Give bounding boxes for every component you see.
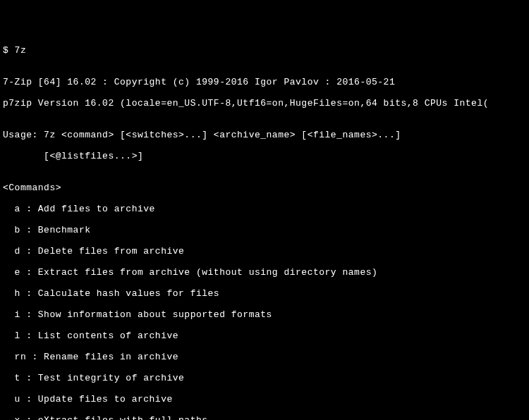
usage-line-2: [<@listfiles...>] — [3, 151, 529, 161]
command-u: u : Update files to archive — [3, 394, 529, 404]
command-l: l : List contents of archive — [3, 331, 529, 341]
command-h: h : Calculate hash values for files — [3, 288, 529, 299]
commands-header: <Commands> — [3, 183, 529, 193]
header-line-2: p7zip Version 16.02 (locale=en_US.UTF-8,… — [3, 98, 529, 109]
command-i: i : Show information about supported for… — [3, 309, 529, 320]
command-a: a : Add files to archive — [3, 204, 529, 214]
command-x: x : eXtract files with full paths — [3, 415, 529, 420]
usage-line-1: Usage: 7z <command> [<switches>...] <arc… — [3, 130, 529, 140]
command-t: t : Test integrity of archive — [3, 373, 529, 383]
command-b: b : Benchmark — [3, 225, 529, 235]
command-e: e : Extract files from archive (without … — [3, 267, 529, 278]
command-rn: rn : Rename files in archive — [3, 352, 529, 362]
header-line-1: 7-Zip [64] 16.02 : Copyright (c) 1999-20… — [3, 77, 529, 87]
prompt-line[interactable]: $ 7z — [3, 45, 529, 56]
command-d: d : Delete files from archive — [3, 246, 529, 257]
